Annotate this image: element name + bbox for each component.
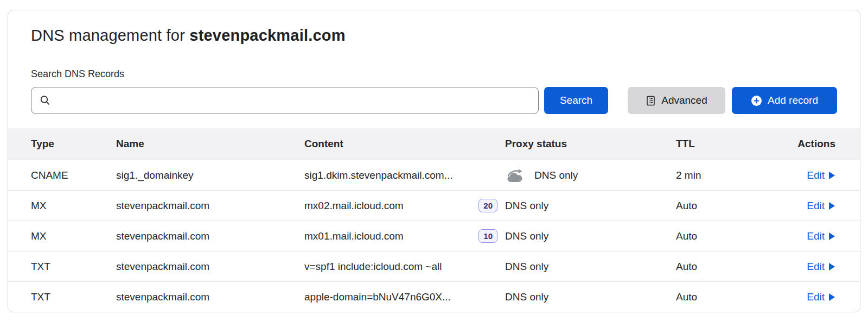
edit-record-link[interactable]: Edit bbox=[807, 261, 835, 273]
dns-management-card: DNS management for stevenpackmail.com Se… bbox=[8, 10, 860, 312]
add-record-button[interactable]: Add record bbox=[732, 87, 837, 114]
proxy-status-text: DNS only bbox=[534, 169, 578, 181]
record-name: stevenpackmail.com bbox=[116, 200, 304, 212]
edit-record-link[interactable]: Edit bbox=[807, 230, 835, 242]
advanced-button-label: Advanced bbox=[661, 95, 707, 106]
record-name: stevenpackmail.com bbox=[116, 230, 304, 242]
search-button[interactable]: Search bbox=[544, 87, 608, 114]
record-name: sig1._domainkey bbox=[116, 169, 304, 181]
record-name: stevenpackmail.com bbox=[116, 261, 304, 273]
advanced-button[interactable]: Advanced bbox=[628, 87, 725, 114]
edit-arrow-icon bbox=[828, 232, 835, 241]
record-content: mx02.mail.icloud.com bbox=[304, 200, 404, 212]
column-header-content: Content bbox=[304, 138, 505, 150]
edit-link-label: Edit bbox=[807, 291, 825, 303]
column-header-type: Type bbox=[31, 138, 116, 150]
column-header-ttl: TTL bbox=[676, 138, 755, 150]
table-row: MX stevenpackmail.com mx02.mail.icloud.c… bbox=[8, 190, 860, 221]
search-icon bbox=[39, 95, 51, 106]
record-ttl: 2 min bbox=[676, 169, 755, 181]
advanced-list-icon bbox=[646, 96, 656, 106]
record-ttl: Auto bbox=[676, 200, 755, 212]
record-name: stevenpackmail.com bbox=[116, 291, 304, 303]
column-header-proxy-status: Proxy status bbox=[505, 138, 676, 150]
table-row: TXT stevenpackmail.com v=spf1 include:ic… bbox=[8, 251, 860, 281]
table-row: MX stevenpackmail.com mx01.mail.icloud.c… bbox=[8, 221, 860, 251]
search-toolbar: Search Advanced A bbox=[31, 87, 837, 114]
record-ttl: Auto bbox=[676, 291, 755, 303]
column-header-actions: Actions bbox=[797, 138, 835, 150]
table-row: CNAME sig1._domainkey sig1.dkim.stevenpa… bbox=[8, 160, 860, 190]
table-header-row: Type Name Content Proxy status TTL Actio… bbox=[8, 128, 860, 160]
priority-badge: 20 bbox=[478, 199, 497, 213]
edit-arrow-icon bbox=[828, 202, 835, 210]
edit-link-label: Edit bbox=[807, 230, 825, 242]
search-label: Search DNS Records bbox=[31, 68, 837, 80]
record-type: TXT bbox=[31, 261, 116, 273]
edit-record-link[interactable]: Edit bbox=[807, 200, 835, 212]
proxy-status-text: DNS only bbox=[505, 261, 548, 273]
cloud-dns-only-icon bbox=[505, 168, 527, 183]
proxy-status-text: DNS only bbox=[505, 291, 548, 303]
priority-badge: 10 bbox=[478, 229, 497, 243]
column-header-name: Name bbox=[116, 138, 304, 150]
dns-records-table: Type Name Content Proxy status TTL Actio… bbox=[8, 128, 860, 312]
edit-record-link[interactable]: Edit bbox=[807, 169, 835, 181]
record-ttl: Auto bbox=[676, 261, 755, 273]
add-record-button-label: Add record bbox=[768, 95, 818, 106]
edit-link-label: Edit bbox=[807, 200, 825, 212]
search-input[interactable] bbox=[56, 95, 531, 106]
search-input-container[interactable] bbox=[31, 87, 539, 114]
edit-link-label: Edit bbox=[807, 261, 825, 273]
edit-arrow-icon bbox=[828, 262, 835, 271]
proxy-status-text: DNS only bbox=[505, 230, 548, 242]
page-title-prefix: DNS management for bbox=[31, 27, 189, 44]
edit-record-link[interactable]: Edit bbox=[807, 291, 835, 303]
edit-arrow-icon bbox=[828, 293, 835, 301]
edit-link-label: Edit bbox=[807, 169, 825, 181]
record-content: mx01.mail.icloud.com bbox=[304, 230, 404, 242]
record-type: TXT bbox=[31, 291, 116, 303]
record-type: CNAME bbox=[31, 169, 116, 181]
page-title: DNS management for stevenpackmail.com bbox=[31, 27, 837, 45]
record-content: apple-domain=bNuV47n6G0X... bbox=[304, 291, 451, 303]
proxy-status-text: DNS only bbox=[505, 200, 548, 212]
edit-arrow-icon bbox=[828, 171, 835, 180]
record-type: MX bbox=[31, 200, 116, 212]
page-title-domain: stevenpackmail.com bbox=[189, 27, 345, 44]
table-row: TXT stevenpackmail.com apple-domain=bNuV… bbox=[8, 281, 860, 312]
plus-circle-icon bbox=[751, 95, 762, 106]
record-type: MX bbox=[31, 230, 116, 242]
record-content: v=spf1 include:icloud.com ~all bbox=[304, 261, 442, 273]
record-content: sig1.dkim.stevenpackmail.com... bbox=[304, 169, 453, 181]
record-ttl: Auto bbox=[676, 230, 755, 242]
